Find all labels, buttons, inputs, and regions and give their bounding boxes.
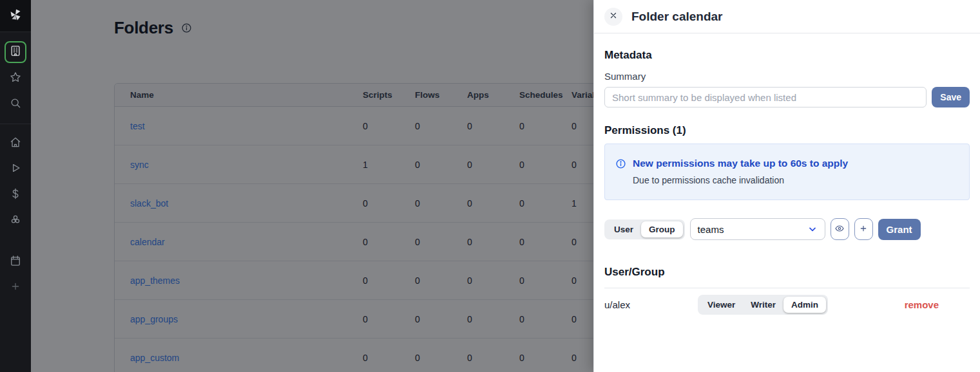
permission-entry-id: u/alex <box>604 299 698 310</box>
sidebar-item-schedules[interactable] <box>5 252 26 272</box>
sidebar-item-home[interactable] <box>5 133 26 154</box>
sidebar-item-favorites[interactable] <box>5 68 26 89</box>
eye-icon <box>834 223 845 236</box>
calendar-icon <box>9 254 22 270</box>
close-button[interactable] <box>604 8 622 26</box>
permissions-heading: Permissions (1) <box>604 124 970 137</box>
toggle-option-user[interactable]: User <box>606 221 641 237</box>
alert-subtitle: Due to permissions cache invalidation <box>633 175 959 185</box>
remove-permission-link[interactable]: remove <box>905 299 939 310</box>
building-icon <box>9 44 22 60</box>
sidebar-item-runs[interactable] <box>5 159 26 180</box>
folder-drawer: Folder calendar Metadata Summary Save Pe… <box>593 0 980 372</box>
role-option-writer[interactable]: Writer <box>743 297 783 313</box>
close-icon <box>609 11 618 22</box>
role-toggle: Viewer Writer Admin <box>698 295 828 315</box>
drawer-header: Folder calendar <box>594 0 980 33</box>
grant-button[interactable]: Grant <box>878 219 921 240</box>
summary-input[interactable] <box>604 87 927 107</box>
permission-entry: u/alex Viewer Writer Admin remove <box>604 288 970 321</box>
add-group-button[interactable] <box>854 218 873 240</box>
toggle-option-group[interactable]: Group <box>641 221 683 237</box>
role-option-admin[interactable]: Admin <box>783 297 826 313</box>
windmill-logo-icon <box>8 7 23 25</box>
sidebar-item-folders[interactable] <box>5 41 26 63</box>
info-icon <box>615 158 626 169</box>
group-select[interactable]: teams <box>690 218 825 240</box>
sidebar-item-variables[interactable] <box>5 185 26 205</box>
sidebar-divider <box>0 124 31 124</box>
sidebar <box>0 0 31 372</box>
metadata-heading: Metadata <box>604 49 970 62</box>
home-icon <box>9 136 22 151</box>
chevron-down-icon <box>807 224 818 234</box>
circles-icon <box>9 213 22 228</box>
sidebar-item-resources[interactable] <box>5 210 26 231</box>
sidebar-item-more[interactable] <box>5 277 26 298</box>
role-option-viewer[interactable]: Viewer <box>700 297 743 313</box>
dollar-icon <box>9 187 22 203</box>
group-select-value: teams <box>698 224 724 235</box>
summary-label: Summary <box>604 71 970 82</box>
star-icon <box>9 71 22 86</box>
search-icon <box>9 97 22 112</box>
sidebar-item-logo[interactable] <box>0 0 31 32</box>
permissions-alert: New permissions may take up to 60s to ap… <box>604 144 970 200</box>
user-group-list-heading: User/Group <box>604 266 970 279</box>
plus-icon <box>9 280 22 295</box>
play-icon <box>9 162 22 177</box>
plus-icon <box>858 223 869 236</box>
alert-title: New permissions may take up to 60s to ap… <box>633 158 848 169</box>
drawer-title: Folder calendar <box>631 10 723 24</box>
save-button[interactable]: Save <box>932 87 970 107</box>
preview-permissions-button[interactable] <box>831 218 849 240</box>
user-group-toggle: User Group <box>604 219 685 239</box>
sidebar-item-search[interactable] <box>5 94 26 115</box>
